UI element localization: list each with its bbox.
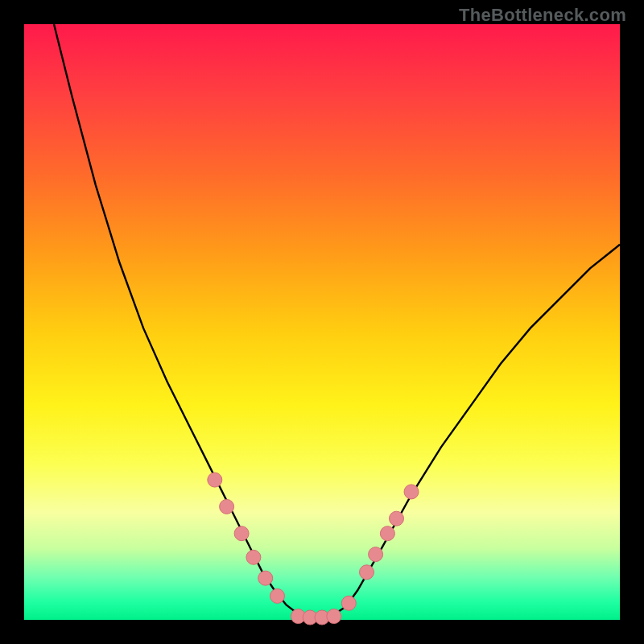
curve-marker [234,526,249,541]
bottleneck-curve [54,24,620,617]
curve-marker [390,511,404,526]
curve-markers [208,473,419,625]
plot-area [24,24,620,620]
attribution-watermark: TheBottleneck.com [459,5,626,26]
curve-marker [327,609,341,624]
curve-marker [360,565,374,580]
curve-marker [380,526,394,541]
curve-marker [246,550,261,564]
curve-marker [258,571,273,585]
chart-overlay [24,24,620,620]
curve-marker [404,485,419,499]
chart-frame: TheBottleneck.com [0,0,644,644]
curve-marker [208,473,222,487]
curve-marker [270,588,285,603]
curve-marker [369,547,383,562]
curve-marker [341,596,356,610]
curve-marker [220,499,234,514]
